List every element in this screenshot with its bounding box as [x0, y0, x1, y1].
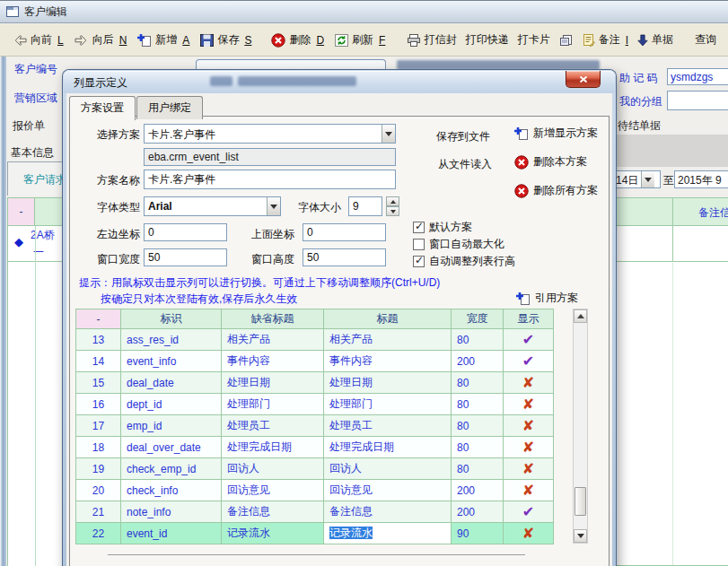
- show-flag[interactable]: ✔: [504, 351, 554, 372]
- left-coord-input[interactable]: [144, 223, 227, 241]
- show-flag[interactable]: ✘: [504, 480, 554, 501]
- blurred-content: [238, 76, 356, 86]
- scrollbar-thumb[interactable]: [575, 487, 586, 516]
- table-row[interactable]: 13ass_res_id相关产品相关产品80✔: [76, 329, 554, 351]
- table-row[interactable]: 21note_info备注信息备注信息200✔: [76, 501, 554, 523]
- select-scheme-combobox[interactable]: 卡片.客户事件: [144, 124, 396, 144]
- header-width: 宽度: [452, 309, 504, 329]
- show-flag[interactable]: ✘: [504, 523, 554, 544]
- bottom-separator: [108, 554, 525, 555]
- refresh-button[interactable]: 刷新F: [329, 29, 390, 51]
- delete-button[interactable]: 删除D: [266, 29, 329, 51]
- hint-line1: 提示：用鼠标双击显示列可以进行切换。可通过上下移动调整顺序(Ctrl+U/D): [79, 275, 440, 291]
- printer-small-icon: [559, 34, 574, 47]
- show-flag[interactable]: ✘: [504, 437, 554, 458]
- close-button[interactable]: [566, 71, 601, 88]
- scheme-name-input[interactable]: [144, 170, 396, 189]
- scroll-down-icon[interactable]: [574, 529, 587, 543]
- spinner-down-icon[interactable]: [386, 206, 399, 216]
- forward-label: 向前: [31, 32, 52, 48]
- tab-scheme-settings[interactable]: 方案设置: [69, 96, 136, 120]
- delete-scheme-label: 删除本方案: [533, 154, 587, 170]
- back-button[interactable]: 向后N: [69, 29, 133, 51]
- table-row-selected[interactable]: 22event_id记录流水记录流水90✘: [76, 523, 554, 544]
- back-label: 向后: [92, 32, 114, 48]
- print-card2-button[interactable]: [555, 30, 578, 50]
- documents-button[interactable]: 单据: [633, 29, 678, 51]
- delete-icon: [271, 33, 285, 48]
- quote-label[interactable]: 报价单: [13, 118, 45, 134]
- remark-label: 备注: [599, 32, 620, 48]
- table-row[interactable]: 19check_emp_id回访人回访人80✘: [76, 458, 554, 480]
- read-from-file-button[interactable]: 从文件读入: [438, 157, 492, 172]
- remark-button[interactable]: 备注I: [578, 29, 633, 51]
- show-flag[interactable]: ✔: [504, 501, 554, 523]
- basic-info-tab[interactable]: 基本信息: [11, 145, 54, 161]
- auto-maximize-checkbox[interactable]: 窗口自动最大化: [413, 237, 504, 252]
- date-from-select[interactable]: 14日: [612, 170, 661, 188]
- show-flag[interactable]: ✘: [504, 458, 554, 480]
- add-scheme-button[interactable]: 新增显示方案: [514, 126, 598, 141]
- table-row[interactable]: 17emp_id处理员工处理员工80✘: [76, 415, 554, 437]
- notes-header-cell: 备注信息: [673, 198, 728, 225]
- add-icon: [514, 127, 529, 140]
- my-group-label: 我的分组: [619, 94, 662, 109]
- apply-scheme-button[interactable]: 引用方案: [516, 291, 578, 306]
- window-left-frame: [0, 57, 6, 566]
- spinner-up-icon[interactable]: [386, 196, 399, 206]
- win-width-label: 窗口宽度: [97, 252, 140, 267]
- font-size-label: 字体大小: [298, 200, 341, 215]
- add-icon: [516, 292, 531, 305]
- notes-grid-row[interactable]: [617, 226, 728, 262]
- show-flag[interactable]: ✘: [504, 415, 554, 437]
- default-scheme-checkbox[interactable]: 默认方案: [413, 220, 472, 235]
- my-group-input[interactable]: [667, 91, 728, 110]
- save-button[interactable]: 保存S: [195, 29, 257, 51]
- table-row[interactable]: 20check_info回访意见回访意见200✘: [76, 480, 554, 501]
- table-row[interactable]: 18deal_over_date处理完成日期处理完成日期80✘: [76, 437, 554, 458]
- delete-label: 删除: [289, 32, 311, 48]
- table-scrollbar[interactable]: [573, 309, 588, 544]
- mnemonic-label: 助 记 码: [619, 71, 658, 86]
- win-height-input[interactable]: [303, 248, 386, 266]
- scheme-code-field[interactable]: [144, 148, 396, 166]
- show-flag[interactable]: ✔: [504, 329, 554, 351]
- print-envelope-button[interactable]: 打信封: [402, 29, 461, 51]
- tab-user-binding[interactable]: 用户绑定: [136, 96, 203, 119]
- add-scheme-label: 新增显示方案: [533, 126, 598, 141]
- notes-grid-header: 备注信息: [617, 198, 728, 226]
- win-width-input[interactable]: [144, 248, 227, 266]
- save-to-file-button[interactable]: 保存到文件: [436, 129, 490, 144]
- title-edit-cell[interactable]: 记录流水: [324, 523, 452, 544]
- font-dropdown-icon[interactable]: [267, 197, 280, 215]
- scheme-dropdown-icon[interactable]: [382, 125, 395, 143]
- table-row[interactable]: 16dept_id处理部门处理部门80✘: [76, 394, 554, 415]
- delete-scheme-button[interactable]: 删除本方案: [514, 154, 587, 170]
- select-scheme-value: 卡片.客户事件: [145, 125, 382, 143]
- forward-button[interactable]: 向前L: [7, 29, 69, 51]
- print-card-button[interactable]: 打卡片: [513, 29, 555, 51]
- table-row[interactable]: 15deal_date处理日期处理日期80✘: [76, 372, 554, 394]
- table-row[interactable]: 14event_info事件内容事件内容200✔: [76, 351, 554, 372]
- new-button[interactable]: 新增A: [132, 29, 195, 51]
- query-button[interactable]: 查询: [690, 29, 721, 51]
- print-express-button[interactable]: 打印快递: [461, 29, 513, 51]
- dialog-titlebar[interactable]: 列显示定义: [64, 71, 615, 93]
- font-size-input[interactable]: [348, 196, 382, 216]
- delete-all-schemes-button[interactable]: 删除所有方案: [514, 183, 598, 198]
- customer-request-tab[interactable]: 客户请求: [23, 172, 66, 187]
- font-type-combobox[interactable]: Arial: [144, 196, 281, 216]
- customer-row-text: 2A桥: [31, 228, 55, 243]
- pending-docs-label[interactable]: 待结单据: [618, 118, 661, 134]
- mnemonic-input[interactable]: [667, 68, 728, 85]
- app-window: 客户编辑 向前L 向后N 新增A 保存S 删除D 刷新F: [0, 0, 728, 566]
- show-flag[interactable]: ✘: [504, 394, 554, 415]
- auto-row-height-checkbox[interactable]: 自动调整列表行高: [413, 254, 515, 269]
- show-flag[interactable]: ✘: [504, 372, 554, 394]
- apply-scheme-label: 引用方案: [535, 291, 578, 306]
- auto-row-height-label: 自动调整列表行高: [429, 254, 515, 269]
- top-coord-input[interactable]: [303, 223, 386, 241]
- date-to-select[interactable]: 2015年 9: [674, 170, 728, 188]
- date-from-dropdown-icon[interactable]: [641, 171, 654, 187]
- scroll-up-icon[interactable]: [574, 309, 587, 323]
